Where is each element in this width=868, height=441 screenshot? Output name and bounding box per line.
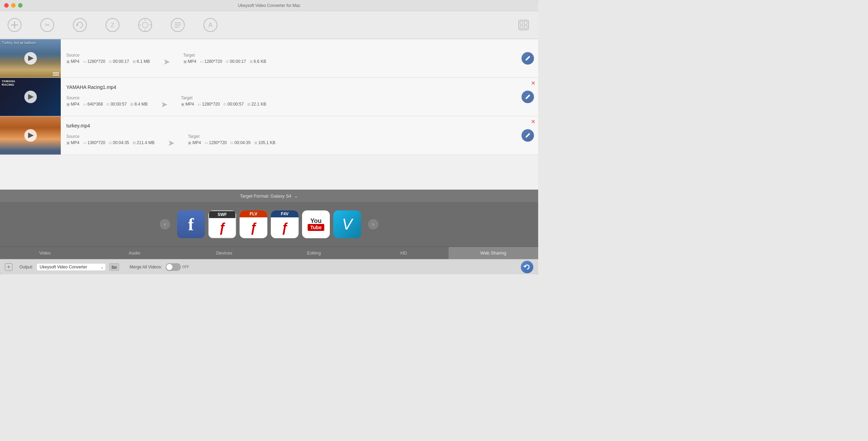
video-edit-button[interactable] [521, 91, 534, 103]
format-selector-bar[interactable]: Target Format: Galaxy S4 ⌄ [0, 190, 538, 202]
source-meta: ▣ MP4 ▭ 1360*720 ⊙ 00:04:35 [66, 140, 155, 145]
source-duration-value: 00:00:17 [113, 59, 129, 64]
svg-rect-22 [520, 22, 523, 24]
flash-symbol: ƒ [219, 220, 226, 235]
source-target-row: Source ▣ MP4 ▭ 640*368 ⊙ [66, 93, 512, 109]
tab-editing[interactable]: Editing [269, 247, 359, 259]
output-folder-button[interactable] [109, 263, 119, 271]
svg-text:✂: ✂ [45, 22, 50, 28]
format-selector-arrow: ⌄ [294, 193, 298, 199]
resolution-icon: ▭ [205, 141, 208, 145]
target-size-value: 6.6 KB [254, 59, 266, 64]
convert-button[interactable] [521, 261, 533, 273]
play-button[interactable] [24, 91, 37, 103]
arrow-icon: ➤ [168, 138, 175, 148]
minimize-button[interactable] [11, 3, 16, 8]
facebook-logo: f [177, 210, 205, 238]
format-icon-youtube[interactable]: You Tube [302, 210, 330, 238]
tab-video-label: Video [39, 250, 51, 256]
text-overlay-icon[interactable]: A [203, 17, 218, 33]
video-edit-button[interactable] [521, 129, 534, 142]
tab-web-sharing-label: Web Sharing [480, 250, 506, 256]
format-icon-vimeo[interactable]: V [333, 210, 361, 238]
arrow-icon: ➤ [161, 100, 168, 109]
target-block: Target ▣ MP4 ▭ 1280*720 ⊙ [181, 95, 266, 107]
close-button[interactable] [4, 3, 9, 8]
app-title: Ukeysoft Video Converter for Mac [238, 3, 300, 8]
source-format-value: MP4 [71, 102, 80, 107]
target-format: ▣ MP4 [183, 59, 197, 64]
youtube-icon: You Tube [302, 210, 330, 238]
video-info: Source ▣ MP4 ▭ 1280*720 ⊙ [61, 39, 517, 77]
toggle-wrap: OFF [166, 263, 189, 271]
merge-toggle[interactable] [166, 263, 181, 271]
tab-audio[interactable]: Audio [90, 247, 179, 259]
play-button[interactable] [24, 52, 37, 65]
source-size-value: 211.4 MB [137, 140, 155, 145]
maximize-button[interactable] [18, 3, 23, 8]
size-icon: ⊞ [254, 141, 257, 145]
target-resolution-value: 1280*720 [205, 59, 222, 64]
source-block: Source ▣ MP4 ▭ 1360*720 ⊙ [66, 134, 155, 145]
tab-hd[interactable]: HD [359, 247, 448, 259]
settings-icon[interactable] [516, 17, 531, 33]
source-duration: ⊙ 00:04:35 [109, 140, 129, 145]
svg-rect-25 [524, 26, 527, 28]
duration-icon: ⊙ [223, 102, 226, 107]
zip-icon[interactable]: Z [105, 17, 120, 33]
resolution-icon: ▭ [83, 59, 86, 64]
source-resolution: ▭ 1280*720 [83, 59, 105, 64]
target-duration: ⊙ 00:00:57 [223, 102, 244, 107]
format-icon-swf[interactable]: SWF ƒ [208, 210, 236, 238]
yamaha-thumb-text: YAMAHARACING [2, 80, 15, 86]
thumbnail-turkey-balloon[interactable]: Turkey, hot air balloon [0, 39, 61, 77]
thumbnail-yamaha[interactable]: YAMAHARACING [0, 78, 61, 116]
source-duration: ⊙ 00:00:17 [109, 59, 129, 64]
main-window: Ukeysoft Video Converter for Mac ✂ [0, 0, 538, 274]
format-icon: ▣ [188, 141, 191, 145]
format-icon-facebook[interactable]: f [177, 210, 205, 238]
toggle-knob [166, 264, 173, 270]
svg-rect-23 [524, 22, 527, 24]
format-icon-f4v[interactable]: F4V ƒ [271, 210, 299, 238]
effects-icon[interactable] [137, 17, 153, 33]
swf-label: SWF [209, 211, 235, 218]
target-label: Target [183, 53, 266, 58]
prev-format-button[interactable]: ‹ [160, 219, 170, 230]
target-duration-value: 00:04:35 [234, 140, 251, 145]
target-size: ⊞ 22.1 KB [247, 102, 266, 107]
source-resolution-value: 1360*720 [87, 140, 105, 145]
thumbnail-turkey[interactable] [0, 116, 61, 155]
edit-toolbar-icon[interactable] [170, 17, 185, 33]
output-select[interactable]: Ukeysoft Video Converter [36, 263, 106, 271]
thumb-overlay [0, 39, 61, 77]
format-selector-text: Target Format: Galaxy S4 [240, 193, 291, 199]
flash-symbol: ƒ [281, 220, 288, 235]
next-format-button[interactable]: › [368, 219, 378, 230]
flv-icon: FLV ƒ [240, 210, 267, 238]
source-meta: ▣ MP4 ▭ 640*368 ⊙ 00:00:57 [66, 102, 148, 107]
tab-devices[interactable]: Devices [180, 247, 269, 259]
video-edit-button[interactable] [521, 52, 534, 65]
source-label: Source [66, 95, 148, 100]
output-label: Output: [19, 265, 33, 269]
add-media-icon[interactable] [7, 17, 22, 33]
tab-devices-label: Devices [216, 250, 232, 256]
remove-video-button[interactable]: ✕ [531, 81, 535, 86]
size-icon: ⊞ [130, 102, 133, 107]
add-file-button[interactable]: + [5, 263, 12, 271]
play-button[interactable] [24, 129, 37, 142]
rotate-icon[interactable] [72, 17, 87, 33]
f4v-label: F4V [271, 210, 299, 217]
bottom-bar: + Output: Ukeysoft Video Converter Merge… [0, 259, 538, 274]
resolution-icon: ▭ [83, 102, 86, 107]
format-icon-flv[interactable]: FLV ƒ [240, 210, 267, 238]
scissors-icon[interactable]: ✂ [40, 17, 55, 33]
tab-web-sharing[interactable]: Web Sharing [449, 247, 538, 259]
remove-video-button[interactable]: ✕ [531, 119, 535, 125]
svg-point-5 [73, 18, 86, 32]
vimeo-v-symbol: V [342, 216, 352, 233]
source-block: Source ▣ MP4 ▭ 640*368 ⊙ [66, 95, 148, 107]
tab-video[interactable]: Video [0, 247, 90, 259]
source-label: Source [66, 134, 155, 139]
